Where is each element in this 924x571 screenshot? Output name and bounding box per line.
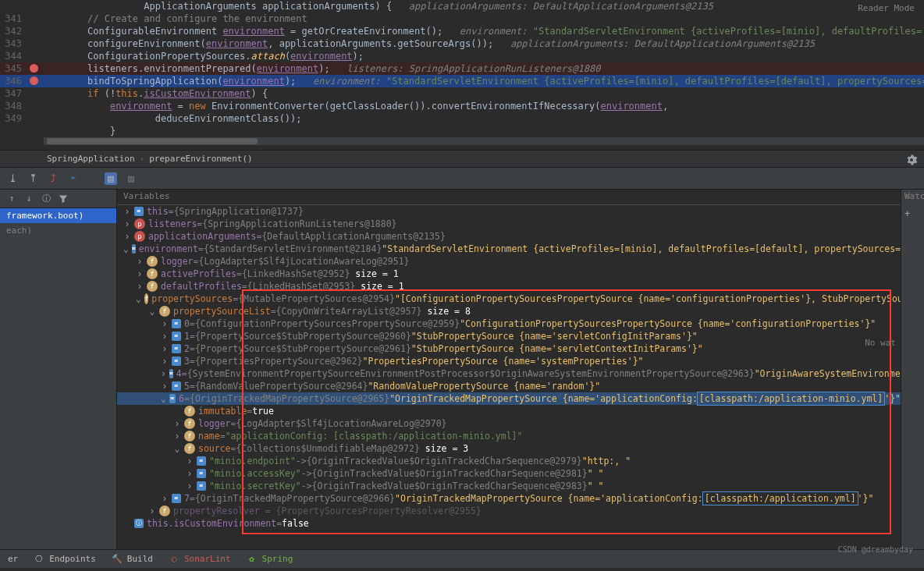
breakpoint-gutter[interactable] bbox=[28, 50, 44, 62]
reader-mode-label[interactable]: Reader Mode bbox=[858, 3, 915, 13]
sb-sonarlint[interactable]: ◯ SonarLint bbox=[169, 554, 231, 565]
frames-down-icon[interactable]: ↓ bbox=[22, 192, 36, 206]
sb-build[interactable]: 🔨 Build bbox=[112, 554, 153, 565]
caret-icon[interactable]: ⌄ bbox=[123, 243, 129, 255]
code-line[interactable]: 341// Create and configure the environme… bbox=[0, 12, 924, 25]
tree-node[interactable]: ›≡"minio.accessKey" -> {OriginTrackedVal… bbox=[117, 467, 901, 480]
crumb-method[interactable]: prepareEnvironment() bbox=[149, 154, 252, 164]
caret-icon[interactable]: › bbox=[186, 455, 194, 467]
caret-icon[interactable]: › bbox=[161, 492, 169, 505]
caret-icon[interactable]: ⌄ bbox=[161, 392, 166, 405]
code-line[interactable]: 346bindToSpringApplication(environment);… bbox=[0, 75, 924, 87]
frames-filter-icon[interactable]: ⓘ bbox=[39, 192, 53, 206]
tree-node[interactable]: ›≡"minio.endpoint" -> {OriginTrackedValu… bbox=[117, 455, 901, 467]
caret-icon[interactable]: › bbox=[186, 480, 194, 492]
breakpoint-gutter[interactable] bbox=[28, 37, 44, 50]
tree-node[interactable]: ⌄≡6 = {OriginTrackedMapPropertySource@29… bbox=[117, 392, 901, 405]
tree-node[interactable]: ›≡7 = {OriginTrackedMapPropertySource@29… bbox=[117, 492, 901, 505]
evaluate-icon[interactable]: ▤ bbox=[105, 172, 117, 185]
tree-node[interactable]: ⌄fpropertySourceList = {CopyOnWriteArray… bbox=[117, 305, 901, 317]
caret-icon[interactable]: › bbox=[136, 255, 144, 268]
frames-up-icon[interactable]: ↑ bbox=[5, 192, 19, 206]
tree-node[interactable]: ⌄fsource = {Collections$UnmodifiableMap@… bbox=[117, 442, 901, 455]
code-line[interactable]: 344ConfigurationPropertySources.attach(e… bbox=[0, 50, 924, 62]
caret-icon[interactable]: › bbox=[161, 380, 169, 392]
caret-icon[interactable]: › bbox=[161, 355, 169, 367]
code-line[interactable]: 345listeners.environmentPrepared(environ… bbox=[0, 62, 924, 75]
tree-node[interactable]: ›≡5 = {RandomValuePropertySource@2964} "… bbox=[117, 380, 901, 392]
crumb-class[interactable]: SpringApplication bbox=[47, 154, 135, 164]
tree-node[interactable]: ⓘthis.isCustomEnvironment = false bbox=[117, 517, 901, 530]
layout-icon[interactable]: ▥ bbox=[125, 172, 137, 185]
caret-icon[interactable]: › bbox=[148, 505, 156, 517]
run-to-cursor-icon[interactable]: ➣ bbox=[67, 172, 80, 185]
code-line[interactable]: 342ConfigurableEnvironment environment =… bbox=[0, 25, 924, 37]
caret-icon[interactable]: › bbox=[136, 280, 144, 293]
breakpoint-gutter[interactable] bbox=[28, 75, 44, 87]
tree-node[interactable]: ›fdefaultProfiles = {LinkedHashSet@2953}… bbox=[117, 280, 901, 293]
tree-node[interactable]: ›≡this = {SpringApplication@1737} bbox=[117, 205, 901, 218]
variables-tree[interactable]: ›≡this = {SpringApplication@1737}›pliste… bbox=[117, 205, 901, 549]
tree-node[interactable]: ›factiveProfiles = {LinkedHashSet@2952} … bbox=[117, 268, 901, 280]
tree-node[interactable]: ›≡0 = {ConfigurationPropertySourcesPrope… bbox=[117, 317, 901, 330]
caret-icon[interactable]: › bbox=[136, 268, 144, 280]
breakpoint-icon[interactable] bbox=[30, 76, 38, 85]
tree-node[interactable]: ›fname = "applicationConfig: [classpath:… bbox=[117, 430, 901, 442]
breakpoint-icon[interactable] bbox=[30, 64, 38, 73]
sb-spring[interactable]: ✿ Spring bbox=[247, 554, 293, 565]
step-into-icon[interactable]: ⤒ bbox=[27, 172, 39, 185]
tree-node[interactable]: ›≡1 = {PropertySource$StubPropertySource… bbox=[117, 330, 901, 342]
step-out-icon[interactable]: ⤴ bbox=[47, 172, 59, 185]
tree-node[interactable]: ⌄fpropertySources = {MutablePropertySour… bbox=[117, 293, 901, 305]
tree-node[interactable]: ›plisteners = {SpringApplicationRunListe… bbox=[117, 218, 901, 230]
badge-icon: f bbox=[184, 406, 195, 417]
frame-row[interactable]: each) bbox=[0, 223, 116, 238]
frame-row[interactable]: framework.boot) bbox=[0, 208, 116, 223]
code-line[interactable]: } bbox=[0, 125, 924, 137]
caret-icon[interactable]: › bbox=[173, 417, 181, 430]
breakpoint-gutter[interactable] bbox=[28, 87, 44, 100]
caret-icon[interactable]: › bbox=[186, 467, 194, 480]
sb-endpoints[interactable]: ⎔ Endpoints bbox=[34, 554, 96, 565]
caret-icon[interactable]: › bbox=[161, 317, 169, 330]
caret-icon[interactable]: › bbox=[123, 230, 131, 243]
tree-node[interactable]: ›fpropertyResolver = {PropertySourcesPro… bbox=[117, 505, 901, 517]
caret-icon[interactable]: ⌄ bbox=[136, 293, 141, 305]
tree-node[interactable]: ›≡4 = {SystemEnvironmentPropertySourceEn… bbox=[117, 367, 901, 380]
tree-node[interactable]: ›papplicationArguments = {DefaultApplica… bbox=[117, 230, 901, 243]
tree-node[interactable]: ›≡3 = {PropertiesPropertySource@2962} "P… bbox=[117, 355, 901, 367]
tree-node[interactable]: ⌄≡environment = {StandardServletEnvironm… bbox=[117, 243, 901, 255]
scrollbar-thumb[interactable] bbox=[47, 138, 258, 144]
breakpoint-gutter[interactable] bbox=[28, 112, 44, 125]
caret-icon[interactable]: › bbox=[161, 342, 169, 355]
caret-icon[interactable]: ⌄ bbox=[148, 305, 156, 317]
tree-node[interactable]: fimmutable = true bbox=[117, 405, 901, 417]
tree-node[interactable]: ›flogger = {LogAdapter$Slf4jLocationAwar… bbox=[117, 255, 901, 268]
gear-icon[interactable] bbox=[905, 154, 918, 166]
tree-node[interactable]: ›≡2 = {PropertySource$StubPropertySource… bbox=[117, 342, 901, 355]
code-line[interactable]: 343configureEnvironment(environment, app… bbox=[0, 37, 924, 50]
caret-icon[interactable]: › bbox=[161, 367, 166, 380]
code-line[interactable]: 349 deduceEnvironmentClass()); bbox=[0, 112, 924, 125]
breakpoint-gutter[interactable] bbox=[28, 125, 44, 137]
breakpoint-gutter[interactable] bbox=[28, 100, 44, 112]
sb-er[interactable]: er bbox=[8, 554, 18, 564]
caret-icon[interactable]: › bbox=[123, 218, 131, 230]
code-line[interactable]: 347if (!this.isCustomEnvironment) { bbox=[0, 87, 924, 100]
breakpoint-gutter[interactable] bbox=[28, 0, 44, 12]
caret-icon[interactable]: › bbox=[173, 430, 181, 442]
caret-icon[interactable]: › bbox=[123, 205, 131, 218]
breakpoint-gutter[interactable] bbox=[28, 62, 44, 75]
breakpoint-gutter[interactable] bbox=[28, 12, 44, 25]
code-line[interactable]: 348 environment = new EnvironmentConvert… bbox=[0, 100, 924, 112]
caret-icon[interactable]: ⌄ bbox=[173, 442, 181, 455]
tree-node[interactable]: ›≡"minio.secretKey" -> {OriginTrackedVal… bbox=[117, 480, 901, 492]
editor-horizontal-scrollbar[interactable] bbox=[44, 137, 924, 145]
caret-icon[interactable]: › bbox=[161, 330, 169, 342]
breakpoint-gutter[interactable] bbox=[28, 25, 44, 37]
funnel-icon[interactable] bbox=[56, 192, 70, 206]
add-watch-icon[interactable]: + bbox=[904, 208, 921, 219]
code-line[interactable]: ApplicationArguments applicationArgument… bbox=[0, 0, 924, 12]
tree-node[interactable]: ›flogger = {LogAdapter$Slf4jLocationAwar… bbox=[117, 417, 901, 430]
step-over-icon[interactable]: ⤓ bbox=[6, 172, 19, 185]
